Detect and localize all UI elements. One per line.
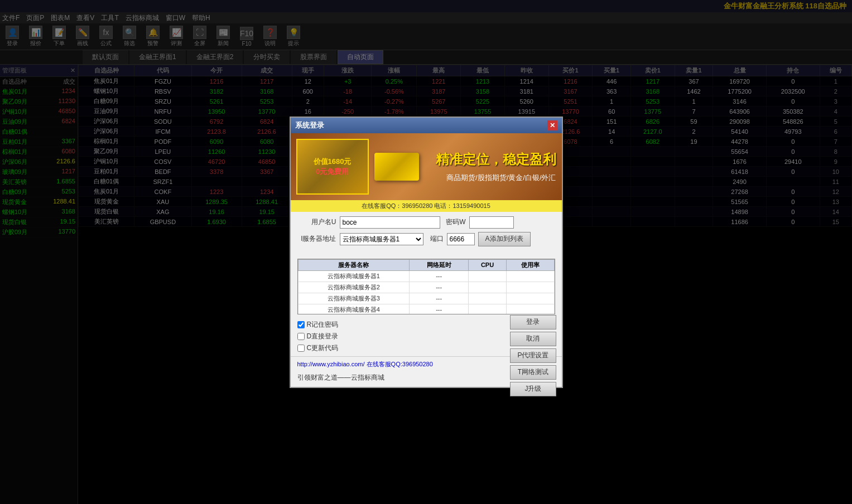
direct-login-checkbox[interactable] [297,333,305,340]
server-cpu [469,282,507,293]
username-input[interactable] [340,216,440,229]
server-latency: --- [410,282,469,293]
password-input[interactable] [469,216,514,229]
server-col-name: 服务器名称 [298,259,410,270]
network-test-button[interactable]: T网络测试 [510,365,556,380]
banner-gold [374,153,419,181]
server-col-latency: 网络延时 [410,259,469,270]
server-cpu [469,270,507,282]
upgrade-button[interactable]: J升级 [510,382,556,396]
login-dialog: 系统登录 ✕ 价值1680元 0元免费用 精准定位，稳定盈利 商品期货/股指期货… [290,117,563,388]
add-to-list-button[interactable]: A添加到列表 [478,232,531,246]
server-usage [506,293,554,304]
server-cpu [469,293,507,304]
modal-overlay: 系统登录 ✕ 价值1680元 0元免费用 精准定位，稳定盈利 商品期货/股指期货… [0,0,852,504]
gold-bar-icon [374,153,419,181]
remember-password-label: R记住密码 [307,320,339,329]
server-row[interactable]: 云指标商城服务器2 --- [298,282,554,293]
server-row[interactable]: 云指标商城服务器4 --- [298,304,554,314]
dialog-form: 用户名U 密码W I服务器地址 云指标商城服务器1 端口 A添加到列表 [291,212,562,254]
dialog-banner: 价值1680元 0元免费用 精准定位，稳定盈利 商品期货/股指期货/黄金/白银/… [291,133,562,200]
server-latency: --- [410,293,469,304]
server-usage [506,304,554,314]
dialog-titlebar: 系统登录 ✕ [291,118,562,133]
port-input[interactable] [447,233,475,245]
username-row: 用户名U 密码W [297,216,555,229]
dialog-buttons: 登录 取消 P代理设置 T网络测试 J升级 [510,315,556,396]
dialog-close-button[interactable]: ✕ [547,120,557,130]
direct-login-label: D直接登录 [307,332,339,341]
server-usage [506,282,554,293]
password-label: 密码W [444,217,466,227]
footer-slogan: 引领财富之道——云指标商城 [297,374,384,381]
server-cpu [469,304,507,314]
cancel-button[interactable]: 取消 [510,332,556,346]
login-button[interactable]: 登录 [510,315,556,329]
server-name: 云指标商城服务器2 [298,282,410,293]
server-name: 云指标商城服务器3 [298,293,410,304]
server-row: I服务器地址 云指标商城服务器1 端口 A添加到列表 [297,232,555,246]
dialog-title: 系统登录 [295,120,324,130]
port-label: 端口 [427,234,444,244]
banner-free: 0元免费用 [316,167,349,177]
server-name: 云指标商城服务器4 [298,304,410,314]
banner-slogan: 精准定位，稳定盈利 [425,151,556,168]
server-usage [506,270,554,282]
footer-link[interactable]: http://www.yzhibiao.com/ 在线客服QQ:39695028… [297,361,433,367]
server-latency: --- [410,304,469,314]
server-select[interactable]: 云指标商城服务器1 [340,233,423,245]
banner-subtext: 商品期货/股指期货/黄金/白银/外汇 [425,173,556,183]
server-label: I服务器地址 [297,234,336,244]
banner-text: 精准定位，稳定盈利 商品期货/股指期货/黄金/白银/外汇 [425,151,556,183]
proxy-button[interactable]: P代理设置 [510,348,556,363]
remember-password-checkbox[interactable] [297,321,305,328]
update-code-checkbox[interactable] [297,345,305,352]
server-row[interactable]: 云指标商城服务器3 --- [298,293,554,304]
server-name: 云指标商城服务器1 [298,270,410,282]
server-row[interactable]: 云指标商城服务器1 --- [298,270,554,282]
banner-price: 价值1680元 [314,157,352,167]
dialog-notice: 在线客服QQ：396950280 电话：13159490015 [291,200,562,212]
update-code-label: C更新代码 [307,343,339,353]
banner-promo: 价值1680元 0元免费用 [296,139,369,195]
server-latency: --- [410,270,469,282]
server-table: 服务器名称 网络延时 CPU 使用率 云指标商城服务器1 --- 云指标商城服务… [298,259,555,314]
username-label: 用户名U [297,217,336,227]
server-col-usage: 使用率 [506,259,554,270]
server-table-wrap: 服务器名称 网络延时 CPU 使用率 云指标商城服务器1 --- 云指标商城服务… [297,259,555,314]
server-col-cpu: CPU [469,259,507,270]
